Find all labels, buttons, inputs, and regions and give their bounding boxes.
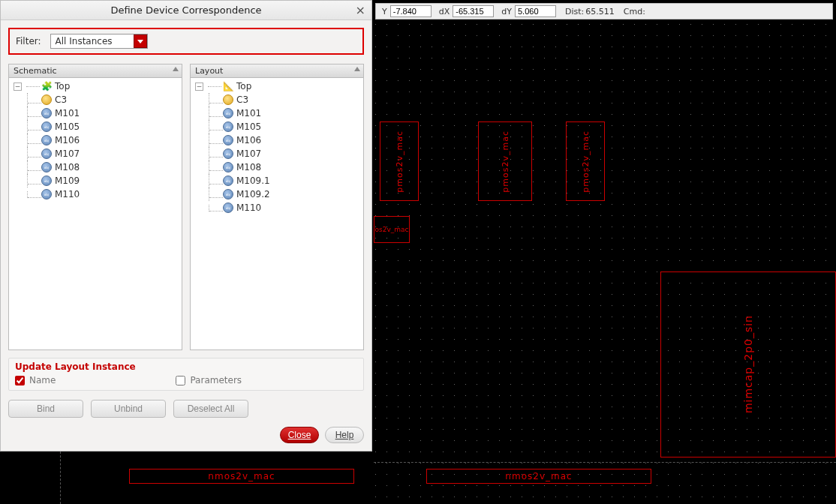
chevron-down-icon[interactable]	[134, 34, 147, 48]
name-checkbox-label[interactable]: Name	[15, 375, 56, 386]
layout-tree[interactable]: −📐TopC3M101M105M106M107M108M109.1M109.2M…	[191, 78, 363, 350]
tree-item-label: M101	[55, 108, 80, 118]
device-label: nmos2v_mac	[208, 471, 275, 482]
filter-value: All Instances	[51, 36, 134, 46]
dy-field[interactable]	[515, 5, 556, 17]
device-pmos2[interactable]: pmos2v_mac	[478, 122, 532, 201]
y-label: Y	[382, 7, 387, 16]
tree-item[interactable]: M108	[191, 160, 363, 174]
titlebar[interactable]: Define Device Correspondence ×	[1, 1, 371, 20]
device-label: nmos2v_mac	[505, 471, 572, 482]
device-nmos-b[interactable]: nmos2v_mac	[426, 469, 651, 484]
tree-item[interactable]: M110	[9, 188, 182, 201]
tree-item-label: M108	[55, 162, 80, 172]
tree-item[interactable]: M109.1	[191, 174, 363, 188]
tree-item[interactable]: M105	[191, 120, 363, 134]
tree-item[interactable]: M101	[9, 106, 182, 120]
tree-item-label: M101	[236, 108, 261, 118]
tree-item[interactable]: C3	[9, 93, 182, 106]
layout-header-label: Layout	[195, 66, 223, 76]
define-device-correspondence-dialog: Define Device Correspondence × Filter: A…	[0, 0, 372, 452]
tree-item[interactable]: M107	[191, 147, 363, 160]
bind-button[interactable]: Bind	[8, 400, 83, 418]
help-button[interactable]: Help	[325, 427, 364, 443]
tree-item[interactable]: M108	[9, 160, 182, 174]
tree-item[interactable]: M110	[191, 201, 363, 214]
action-buttons: Bind Unbind Deselect All	[1, 395, 371, 421]
tree-item[interactable]: M101	[191, 106, 363, 120]
collapse-icon[interactable]: −	[195, 82, 203, 91]
tree-root-label: Top	[55, 81, 70, 92]
tree-root-label: Top	[236, 81, 251, 92]
tree-item-label: C3	[55, 94, 67, 105]
tree-item[interactable]: M107	[9, 147, 182, 160]
device-nmos-a[interactable]: nmos2v_mac	[129, 469, 354, 484]
close-button[interactable]: Close	[280, 427, 319, 443]
layout-header[interactable]: Layout	[191, 64, 363, 78]
name-checkbox-text: Name	[29, 375, 56, 386]
device-pmos3[interactable]: pmos2v_mac	[566, 122, 605, 201]
device-label: pmos2v_mac	[501, 130, 510, 193]
filter-label: Filter:	[16, 36, 41, 46]
tree-item-label: M110	[55, 189, 80, 200]
tree-item[interactable]: M106	[191, 134, 363, 147]
update-layout-instance-section: Update Layout Instance Name Parameters	[8, 358, 364, 391]
tree-item[interactable]: M106	[9, 134, 182, 147]
grid-line	[60, 452, 61, 504]
device-mimcap[interactable]: mimcap_2p0_sin	[660, 272, 836, 458]
instance-icon	[223, 108, 233, 118]
tree-item-label: M109.1	[236, 176, 270, 186]
tree-item-label: M107	[55, 148, 80, 159]
dx-label: dX	[439, 7, 450, 16]
instance-icon	[41, 189, 52, 200]
tree-item-label: M105	[55, 122, 80, 132]
close-icon[interactable]: ×	[356, 3, 365, 17]
filter-row-highlight: Filter: All Instances	[8, 28, 364, 55]
sort-icon[interactable]	[173, 67, 179, 71]
instance-icon	[223, 189, 233, 200]
instance-icon	[41, 162, 52, 172]
device-small[interactable]: os2v_mac	[374, 216, 410, 243]
capacitor-icon	[223, 94, 233, 105]
tree-item[interactable]: M105	[9, 120, 182, 134]
filter-dropdown[interactable]: All Instances	[50, 34, 148, 49]
tree-item-label: M106	[236, 135, 261, 146]
parameters-checkbox[interactable]	[176, 376, 185, 386]
name-checkbox[interactable]	[15, 376, 25, 386]
unbind-button[interactable]: Unbind	[91, 400, 166, 418]
tree-item[interactable]: M109.2	[191, 188, 363, 201]
tree-root[interactable]: −📐Top	[191, 80, 363, 93]
cmd-label: Cmd:	[624, 7, 829, 16]
tree-root[interactable]: −🧩Top	[9, 80, 182, 93]
instance-icon	[41, 176, 52, 186]
tree-item[interactable]: C3	[191, 93, 363, 106]
root-icon: 🧩	[41, 81, 52, 92]
schematic-tree[interactable]: −🧩TopC3M101M105M106M107M108M109M110	[9, 78, 182, 350]
dx-field[interactable]	[453, 5, 494, 17]
capacitor-icon	[41, 94, 52, 105]
layout-tree-panel: Layout −📐TopC3M101M105M106M107M108M109.1…	[190, 64, 364, 350]
dist-value: 65.511	[585, 7, 615, 16]
deselect-all-button[interactable]: Deselect All	[173, 400, 248, 418]
schematic-tree-panel: Schematic −🧩TopC3M101M105M106M107M108M10…	[8, 64, 182, 350]
root-icon: 📐	[223, 81, 233, 92]
y-field[interactable]	[390, 5, 432, 17]
instance-icon	[41, 108, 52, 118]
sort-icon[interactable]	[354, 67, 360, 71]
tree-item-label: M109	[55, 176, 80, 186]
tree-item-label: C3	[236, 94, 248, 105]
dialog-title: Define Device Correspondence	[1, 4, 371, 16]
device-pmos1[interactable]: pmos2v_mac	[380, 122, 419, 201]
dist-label: Dist:	[565, 7, 584, 16]
dy-label: dY	[501, 7, 512, 16]
tree-item-label: M108	[236, 162, 261, 172]
parameters-checkbox-label[interactable]: Parameters	[176, 375, 242, 386]
instance-icon	[223, 162, 233, 172]
parameters-checkbox-text: Parameters	[190, 375, 242, 386]
tree-item[interactable]: M109	[9, 174, 182, 188]
instance-icon	[41, 122, 52, 132]
schematic-header[interactable]: Schematic	[9, 64, 182, 78]
collapse-icon[interactable]: −	[14, 82, 22, 91]
tree-item-label: M110	[236, 202, 261, 213]
dialog-bottom-buttons: Close Help	[1, 421, 371, 451]
